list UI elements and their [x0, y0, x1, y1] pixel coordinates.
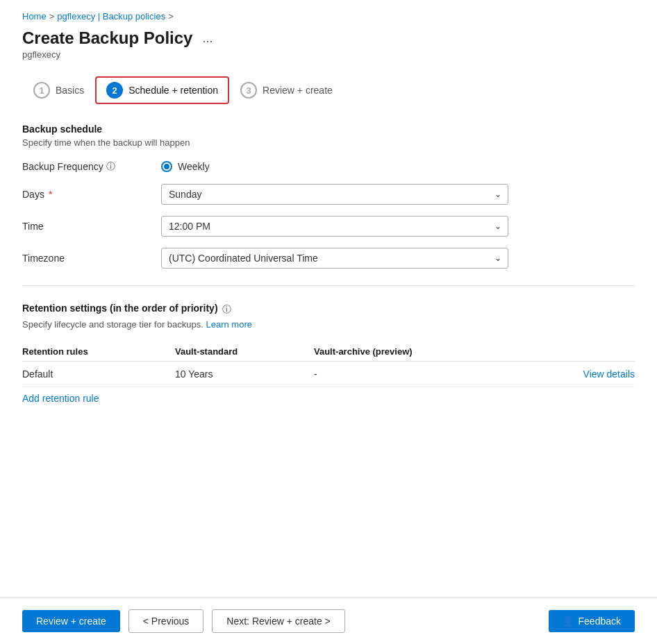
retention-title: Retention settings (in the order of prio…	[22, 303, 218, 314]
col-header-vault-standard: Vault-standard	[175, 346, 314, 357]
time-control[interactable]: 12:00 PM 1:00 PM 6:00 AM 12:00 AM ⌄	[161, 216, 508, 237]
col-header-retention: Retention rules	[22, 346, 175, 357]
page-subtitle: pgflexecy	[22, 49, 635, 60]
backup-frequency-row: Backup Frequency ⓘ Weekly	[22, 160, 635, 173]
step-basics-label: Basics	[56, 85, 84, 96]
backup-schedule-title: Backup schedule	[22, 124, 635, 135]
frequency-weekly-radio[interactable]	[161, 161, 172, 172]
review-create-button[interactable]: Review + create	[22, 610, 120, 632]
breadcrumb-sep1: >	[49, 11, 55, 22]
time-select[interactable]: 12:00 PM 1:00 PM 6:00 AM 12:00 AM	[161, 216, 508, 237]
table-row: Default 10 Years - View details	[22, 362, 635, 387]
next-button[interactable]: Next: Review + create >	[212, 609, 344, 633]
time-row: Time 12:00 PM 1:00 PM 6:00 AM 12:00 AM ⌄	[22, 216, 635, 237]
view-details-link[interactable]: View details	[583, 368, 635, 380]
backup-frequency-control: Weekly	[161, 161, 508, 172]
days-row: Days * Sunday Monday Tuesday Wednesday T…	[22, 184, 635, 205]
feedback-button[interactable]: 👤 Feedback	[549, 610, 635, 632]
row-vault-standard-value: 10 Years	[175, 368, 314, 380]
backup-schedule-desc: Specify time when the backup will happen	[22, 137, 635, 148]
wizard-steps: 1 Basics 2 Schedule + retention 3 Review…	[22, 76, 635, 104]
table-header-row: Retention rules Vault-standard Vault-arc…	[22, 342, 635, 362]
time-label: Time	[22, 221, 161, 232]
row-rule-name: Default	[22, 368, 175, 380]
step-schedule-circle: 2	[106, 82, 123, 99]
frequency-weekly-option[interactable]: Weekly	[161, 161, 508, 172]
days-label: Days *	[22, 189, 161, 200]
timezone-row: Timezone (UTC) Coordinated Universal Tim…	[22, 248, 635, 269]
feedback-icon: 👤	[563, 616, 574, 627]
footer: Review + create < Previous Next: Review …	[0, 598, 657, 644]
days-control[interactable]: Sunday Monday Tuesday Wednesday Thursday…	[161, 184, 508, 205]
step-schedule-retention[interactable]: 2 Schedule + retention	[95, 76, 229, 104]
feedback-label: Feedback	[579, 616, 621, 627]
backup-frequency-label: Backup Frequency ⓘ	[22, 160, 161, 173]
step-basics[interactable]: 1 Basics	[22, 76, 95, 104]
section-divider	[22, 285, 635, 286]
learn-more-link[interactable]: Learn more	[206, 319, 251, 330]
timezone-label: Timezone	[22, 253, 161, 264]
breadcrumb-sep2: >	[168, 11, 174, 22]
previous-button[interactable]: < Previous	[128, 609, 204, 633]
timezone-control[interactable]: (UTC) Coordinated Universal Time (UTC-05…	[161, 248, 508, 269]
frequency-weekly-label: Weekly	[178, 161, 210, 172]
retention-desc: Specify lifecycle and storage tier for b…	[22, 319, 635, 330]
step-review-create[interactable]: 3 Review + create	[229, 76, 344, 104]
step-review-circle: 3	[240, 82, 257, 99]
retention-header: Retention settings (in the order of prio…	[22, 303, 635, 316]
ellipsis-button[interactable]: ...	[198, 30, 217, 47]
page-title: Create Backup Policy	[22, 28, 192, 48]
col-header-vault-archive: Vault-archive (preview)	[314, 346, 551, 357]
days-required: *	[49, 189, 52, 200]
days-select[interactable]: Sunday Monday Tuesday Wednesday Thursday…	[161, 184, 508, 205]
frequency-info-icon[interactable]: ⓘ	[106, 160, 115, 173]
breadcrumb: Home > pgflexecy | Backup policies >	[22, 11, 635, 22]
add-retention-rule-link[interactable]: Add retention rule	[22, 393, 99, 404]
step-basics-circle: 1	[33, 82, 50, 99]
breadcrumb-home[interactable]: Home	[22, 11, 47, 22]
retention-table: Retention rules Vault-standard Vault-arc…	[22, 342, 635, 387]
retention-info-icon[interactable]: ⓘ	[222, 303, 231, 316]
row-vault-archive-value: -	[314, 368, 551, 380]
step-review-label: Review + create	[263, 85, 333, 96]
step-schedule-label: Schedule + retention	[128, 85, 218, 96]
breadcrumb-policies[interactable]: pgflexecy | Backup policies	[57, 11, 165, 22]
row-action[interactable]: View details	[551, 368, 635, 380]
timezone-select[interactable]: (UTC) Coordinated Universal Time (UTC-05…	[161, 248, 508, 269]
